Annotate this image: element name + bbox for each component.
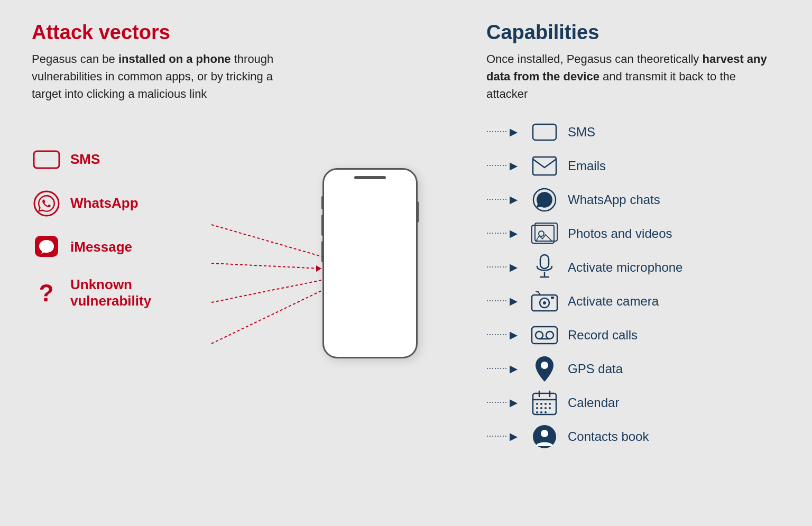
whatsapp-vector-label: WhatsApp — [70, 195, 139, 211]
whatsapp-chats-cap-label: WhatsApp chats — [568, 192, 660, 207]
capability-contacts: ········ ▶ Contacts book — [486, 423, 780, 450]
svg-point-37 — [536, 407, 538, 409]
record-calls-cap-label: Record calls — [568, 328, 638, 343]
capability-camera: ········ ▶ Activate camera — [486, 288, 780, 315]
phone-button-left1 — [321, 196, 324, 209]
contacts-cap-label: Contacts book — [568, 429, 649, 444]
svg-point-35 — [545, 403, 547, 405]
gps-cap-label: GPS data — [568, 362, 623, 376]
emails-cap-label: Emails — [568, 159, 606, 173]
phone-notch — [354, 176, 386, 179]
photos-cap-icon — [531, 220, 558, 247]
capabilities-title: Capabilities — [486, 21, 780, 44]
capability-microphone: ········ ▶ Activate microphone — [486, 254, 780, 281]
dotted-arrow-gps: ········ ▶ — [486, 363, 518, 375]
microphone-cap-icon — [531, 254, 558, 281]
dotted-arrow-whatsapp: ········ ▶ — [486, 194, 518, 206]
attack-vectors-panel: Attack vectors Pegasus can be installed … — [32, 21, 285, 505]
svg-rect-17 — [540, 255, 549, 269]
camera-cap-icon — [531, 288, 558, 315]
capability-whatsapp-chats: ········ ▶ WhatsApp chats — [486, 186, 780, 214]
svg-point-45 — [541, 430, 548, 437]
phone-button-left2 — [321, 215, 324, 236]
capabilities-list: ········ ▶ SMS ········ ▶ — [486, 118, 780, 450]
svg-point-25 — [536, 331, 543, 339]
capability-photos: ········ ▶ Photos and videos — [486, 220, 780, 247]
svg-point-33 — [536, 403, 538, 405]
camera-cap-label: Activate camera — [568, 294, 659, 309]
calendar-cap-label: Calendar — [568, 395, 619, 410]
whatsapp-cap-icon — [531, 186, 558, 214]
unknown-attack-icon: ? — [32, 279, 61, 308]
imessage-attack-icon — [32, 233, 61, 262]
capability-calendar: ········ ▶ — [486, 389, 780, 417]
capability-gps: ········ ▶ GPS data — [486, 355, 780, 383]
svg-point-28 — [541, 362, 548, 369]
capabilities-panel: Capabilities Once installed, Pegasus can… — [455, 21, 780, 505]
whatsapp-attack-icon — [32, 189, 61, 218]
dotted-arrow-calendar: ········ ▶ — [486, 397, 518, 409]
svg-point-41 — [536, 411, 538, 413]
gps-cap-icon — [531, 355, 558, 383]
email-cap-icon — [531, 152, 558, 180]
svg-point-26 — [546, 331, 553, 339]
vector-imessage: iMessage — [32, 233, 285, 262]
sms-attack-icon — [32, 145, 61, 174]
imessage-vector-label: iMessage — [70, 239, 132, 255]
svg-point-34 — [540, 403, 542, 405]
svg-point-36 — [549, 403, 551, 405]
phone-panel — [285, 21, 455, 505]
svg-rect-11 — [533, 124, 556, 140]
calendar-cap-icon — [531, 389, 558, 417]
dotted-arrow-contacts: ········ ▶ — [486, 431, 518, 442]
vector-whatsapp: WhatsApp — [32, 189, 285, 218]
phone-button-left3 — [321, 241, 324, 262]
attack-vectors-description: Pegasus can be installed on a phone thro… — [32, 50, 285, 103]
svg-marker-7 — [316, 265, 321, 272]
svg-point-42 — [540, 411, 542, 413]
svg-point-43 — [545, 411, 547, 413]
unknown-vector-label: Unknownvulnerability — [70, 276, 151, 309]
svg-point-39 — [545, 407, 547, 409]
dotted-arrow-camera: ········ ▶ — [486, 296, 518, 307]
attack-vectors-title: Attack vectors — [32, 21, 285, 44]
contacts-cap-icon — [531, 423, 558, 450]
capability-sms: ········ ▶ SMS — [486, 118, 780, 146]
dotted-arrow-emails: ········ ▶ — [486, 160, 518, 172]
dotted-arrow-microphone: ········ ▶ — [486, 262, 518, 273]
sms-cap-label: SMS — [568, 125, 595, 140]
voicemail-cap-icon — [531, 321, 558, 349]
phone — [322, 168, 418, 358]
microphone-cap-label: Activate microphone — [568, 260, 682, 275]
svg-rect-12 — [533, 157, 556, 175]
svg-rect-23 — [551, 297, 554, 299]
svg-point-38 — [540, 407, 542, 409]
capabilities-description: Once installed, Pegasus can theoreticall… — [486, 50, 780, 103]
capability-record-calls: ········ ▶ Record calls — [486, 321, 780, 349]
dotted-arrow-sms: ········ ▶ — [486, 126, 518, 138]
sms-vector-label: SMS — [70, 151, 100, 168]
dotted-arrow-photos: ········ ▶ — [486, 228, 518, 239]
sms-cap-icon — [531, 118, 558, 146]
svg-point-40 — [549, 407, 551, 409]
vector-unknown: ? Unknownvulnerability — [32, 276, 285, 309]
svg-point-22 — [543, 301, 546, 304]
svg-rect-0 — [34, 151, 59, 168]
photos-cap-label: Photos and videos — [568, 226, 672, 241]
capability-emails: ········ ▶ Emails — [486, 152, 780, 180]
vector-sms: SMS — [32, 145, 285, 174]
phone-button-right — [417, 201, 419, 223]
attack-vectors-list: SMS WhatsApp — [32, 145, 285, 309]
dotted-arrow-record-calls: ········ ▶ — [486, 329, 518, 341]
